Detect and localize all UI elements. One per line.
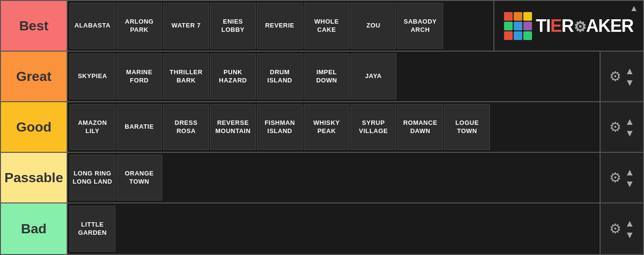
tier-item[interactable]: IMPEL DOWN [304,54,350,99]
tier-item[interactable]: PUNK HAZARD [210,54,256,99]
tier-controls-passable: ⚙▲▼ [600,153,643,202]
gear-icon[interactable]: ⚙ [609,119,621,135]
logo-grid [504,12,532,40]
move-down-button[interactable]: ▼ [625,78,635,87]
tier-item[interactable]: SKYPIEA [70,54,115,99]
tier-item[interactable]: LONG RING LONG LAND [70,155,115,201]
logo-grid-cell [514,31,522,40]
tier-item[interactable]: REVERIE [257,3,303,49]
tier-row-passable: PassableLONG RING LONG LANDORANGE TOWN⚙▲… [1,153,643,203]
logo-grid-cell [514,22,522,30]
gear-icon[interactable]: ⚙ [609,68,621,84]
tier-item[interactable]: LOGUE TOWN [444,104,490,150]
logo-grid-cell [504,31,513,40]
tier-label-bad: Bad [1,203,68,254]
move-down-button[interactable]: ▼ [625,179,635,188]
logo-text: TiER⚙AKEr [536,16,633,36]
tier-items-passable: LONG RING LONG LANDORANGE TOWN [68,153,600,202]
move-down-button[interactable]: ▼ [625,230,635,240]
tier-label-great: Great [1,52,68,101]
arrow-group: ▲▼ [625,218,635,240]
move-up-button[interactable]: ▲ [625,117,635,126]
tier-item[interactable]: DRUM ISLAND [257,54,303,99]
tier-row-good: GoodAMAZON LILYBARATIEDRESS ROSAREVERSE … [1,102,643,153]
tiermaker-logo-area: ▲TiER⚙AKEr [493,1,643,51]
logo-grid-cell [523,22,532,30]
tier-item[interactable]: WATER 7 [163,3,209,49]
tier-item[interactable]: WHISKY PEAK [304,104,350,150]
logo-grid-cell [523,12,532,21]
tier-items-bad: LITTLE GARDEN [68,203,600,254]
move-up-button[interactable]: ▲ [625,218,635,228]
move-up-button[interactable]: ▲ [625,66,635,76]
tier-item[interactable]: SABAODY ARCH [397,3,443,49]
arrow-group: ▲▼ [625,66,635,87]
logo-grid-cell [504,22,513,30]
move-up-button[interactable]: ▲ [625,167,635,177]
arrow-group: ▲▼ [625,117,635,138]
gear-icon[interactable]: ⚙ [609,170,621,186]
tiermaker-logo: TiER⚙AKEr [504,12,633,40]
tier-item[interactable]: REVERSE MOUNTAIN [210,104,256,150]
tier-item[interactable]: AMAZON LILY [70,104,115,150]
tier-item[interactable]: SYRUP VILLAGE [350,104,396,150]
tier-item[interactable]: DRESS ROSA [163,104,209,150]
tier-controls-great: ⚙▲▼ [600,52,643,101]
tier-item[interactable]: THRILLER BARK [163,54,209,99]
tier-item[interactable]: MARINE FORD [116,54,162,99]
tier-item[interactable]: JAYA [350,54,396,99]
arrow-group: ▲▼ [625,167,635,188]
tier-table: BestALABASTAARLONG PARKWATER 7ENIES LOBB… [0,0,644,255]
scroll-up-button[interactable]: ▲ [630,3,638,13]
logo-grid-cell [514,12,522,21]
gear-icon[interactable]: ⚙ [609,221,621,237]
tier-row-best: BestALABASTAARLONG PARKWATER 7ENIES LOBB… [1,1,643,52]
tier-controls-bad: ⚙▲▼ [600,203,643,254]
tier-row-bad: BadLITTLE GARDEN⚙▲▼ [1,203,643,254]
tier-item[interactable]: LITTLE GARDEN [70,206,115,252]
tier-item[interactable]: ROMANCE DAWN [397,104,443,150]
logo-grid-cell [504,12,513,21]
tier-label-best: Best [1,1,68,51]
tier-items-great: SKYPIEAMARINE FORDTHRILLER BARKPUNK HAZA… [68,52,600,101]
tier-item[interactable]: BARATIE [116,104,162,150]
tier-item[interactable]: FISHMAN ISLAND [257,104,303,150]
tier-label-passable: Passable [1,153,68,202]
tier-row-great: GreatSKYPIEAMARINE FORDTHRILLER BARKPUNK… [1,52,643,102]
tier-item[interactable]: ARLONG PARK [116,3,162,49]
logo-grid-cell [523,31,532,40]
tier-item[interactable]: ORANGE TOWN [116,155,162,201]
tier-item[interactable]: ZOU [350,3,396,49]
tier-controls-good: ⚙▲▼ [600,102,643,152]
tier-items-best: ALABASTAARLONG PARKWATER 7ENIES LOBBYREV… [68,1,493,51]
tier-items-good: AMAZON LILYBARATIEDRESS ROSAREVERSE MOUN… [68,102,600,152]
tier-label-good: Good [1,102,68,152]
tier-item[interactable]: ENIES LOBBY [210,3,256,49]
move-down-button[interactable]: ▼ [625,128,635,138]
tier-item[interactable]: ALABASTA [70,3,115,49]
tier-item[interactable]: WHOLE CAKE [304,3,350,49]
